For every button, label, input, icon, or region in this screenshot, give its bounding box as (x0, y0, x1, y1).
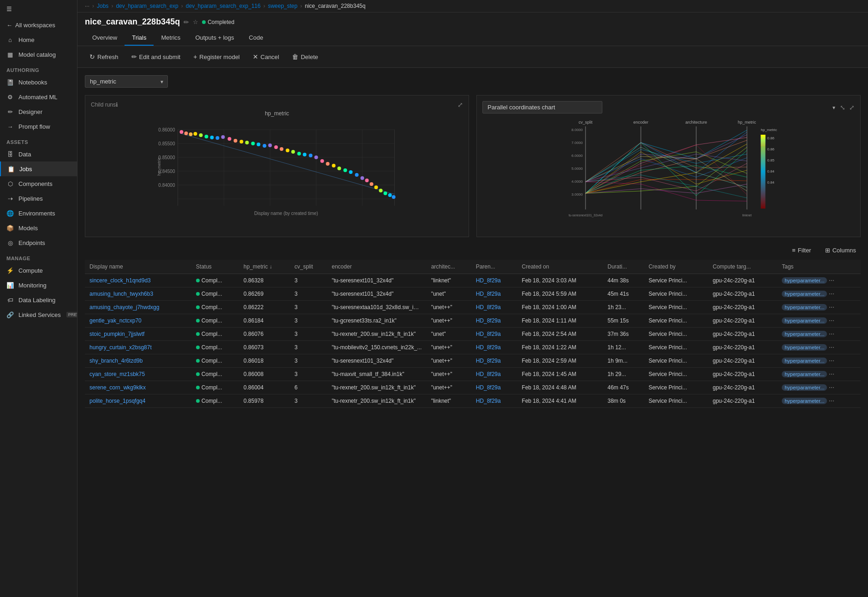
sidebar-item-compute[interactable]: ⚡ Compute (0, 263, 77, 278)
sidebar-item-data-labeling[interactable]: 🏷 Data Labeling (0, 293, 77, 307)
cell-cv-split: 3 (290, 354, 327, 368)
cell-created-on: Feb 18, 2024 2:59 AM (517, 354, 603, 368)
filter-button[interactable]: ≡ Filter (787, 245, 815, 256)
run-link[interactable]: amusing_lunch_twyxh6b3 (89, 291, 153, 297)
run-link[interactable]: amusing_chayote_j7hwdxgg (89, 304, 159, 310)
row-more-button[interactable]: ⋯ (829, 331, 834, 337)
run-link[interactable]: stoic_pumpkin_7jjslwtf (89, 331, 144, 337)
col-encoder[interactable]: encoder (327, 260, 426, 274)
breadcrumb-exp-116[interactable]: dev_hparam_search_exp_116 (186, 3, 261, 9)
run-link[interactable]: serene_corn_wkg9klkx (89, 384, 146, 391)
parent-link[interactable]: HD_8f29a (476, 291, 501, 297)
row-more-button[interactable]: ⋯ (829, 317, 834, 324)
col-display-name[interactable]: Display name (85, 260, 191, 274)
left-chart-dropdown[interactable]: hp_metric cv_split encoder architecture (85, 75, 168, 88)
row-more-button[interactable]: ⋯ (829, 384, 834, 391)
tab-code[interactable]: Code (242, 30, 271, 46)
sidebar-item-endpoints[interactable]: ◎ Endpoints (0, 235, 77, 250)
col-compute[interactable]: Compute targ... (708, 260, 777, 274)
parent-link[interactable]: HD_8f29a (476, 371, 501, 377)
col-hp-metric[interactable]: hp_metric ↓ (239, 260, 290, 274)
edit-title-icon[interactable]: ✏ (184, 18, 189, 26)
tab-metrics[interactable]: Metrics (154, 30, 188, 46)
expand-left-icon[interactable]: ⤡ (840, 104, 845, 111)
columns-button[interactable]: ⊞ Columns (820, 245, 861, 256)
sidebar-item-notebooks[interactable]: 📓 Notebooks (0, 75, 77, 90)
parent-link[interactable]: HD_8f29a (476, 398, 501, 404)
right-chart-dropdown[interactable]: Parallel coordinates chart Scatter chart (482, 101, 602, 113)
col-parent[interactable]: Paren... (471, 260, 517, 274)
sidebar-item-home[interactable]: ⌂ Home (0, 32, 77, 47)
breadcrumb-jobs[interactable]: Jobs (97, 3, 108, 9)
breadcrumb-exp[interactable]: dev_hparam_search_exp (116, 3, 178, 9)
row-more-button[interactable]: ⋯ (829, 358, 834, 364)
parent-link[interactable]: HD_8f29a (476, 317, 501, 324)
breadcrumb-sweep-step[interactable]: sweep_step (268, 3, 297, 9)
sidebar-item-designer[interactable]: ✏ Designer (0, 104, 77, 119)
tab-overview[interactable]: Overview (85, 30, 125, 46)
parent-link[interactable]: HD_8f29a (476, 331, 501, 337)
edit-submit-button[interactable]: ✏ Edit and submit (127, 51, 185, 63)
parent-link[interactable]: HD_8f29a (476, 358, 501, 364)
parent-link[interactable]: HD_8f29a (476, 344, 501, 351)
tab-trials[interactable]: Trials (125, 30, 154, 46)
cancel-button[interactable]: ✕ Cancel (248, 51, 284, 63)
tab-outputs-logs[interactable]: Outputs + logs (188, 30, 241, 46)
col-created-by[interactable]: Created by (644, 260, 708, 274)
svg-point-58 (392, 195, 396, 199)
col-duration[interactable]: Durati... (603, 260, 644, 274)
col-tags[interactable]: Tags (777, 260, 861, 274)
sidebar-item-model-catalog[interactable]: ▦ Model catalog (0, 47, 77, 62)
sidebar-item-components[interactable]: ⬡ Components (0, 176, 77, 191)
run-link[interactable]: sincere_clock_h1qnd9d3 (89, 277, 151, 284)
cell-parent: HD_8f29a (471, 381, 517, 394)
breadcrumb-dots[interactable]: ··· (85, 3, 89, 9)
all-workspaces-link[interactable]: ← All workspaces (0, 18, 77, 32)
sidebar-item-prompt-flow[interactable]: → Prompt flow (0, 119, 77, 134)
register-model-button[interactable]: + Register model (189, 51, 244, 63)
run-link[interactable]: shy_branch_4r6tzd9b (89, 358, 143, 364)
row-more-button[interactable]: ⋯ (829, 344, 834, 351)
refresh-label: Refresh (97, 54, 119, 60)
cell-status: Compl... (191, 394, 239, 408)
col-architecture[interactable]: architec... (427, 260, 471, 274)
parent-link[interactable]: HD_8f29a (476, 277, 501, 284)
parent-link[interactable]: HD_8f29a (476, 304, 501, 310)
sidebar-item-pipelines[interactable]: ⇢ Pipelines (0, 191, 77, 206)
tag-badge: hyperparameter... (782, 304, 827, 310)
delete-button[interactable]: 🗑 Delete (287, 51, 323, 63)
sidebar-item-jobs[interactable]: 📋 Jobs (0, 161, 77, 176)
register-icon: + (193, 53, 197, 60)
left-chart-dropdown-wrapper: hp_metric cv_split encoder architecture … (85, 75, 168, 88)
run-link[interactable]: hungry_curtain_x2bsg87t (89, 344, 152, 351)
col-cv-split[interactable]: cv_split (290, 260, 327, 274)
star-icon[interactable]: ☆ (193, 18, 198, 25)
refresh-button[interactable]: ↻ Refresh (85, 51, 123, 63)
sidebar-item-linked-services[interactable]: 🔗 Linked Services PREVIEW (0, 307, 77, 322)
cell-encoder: "tu-maxvit_small_tf_384.in1k" (327, 368, 426, 381)
expand-left-chart-icon[interactable]: ⤢ (458, 101, 463, 108)
row-more-button[interactable]: ⋯ (829, 277, 834, 284)
row-more-button[interactable]: ⋯ (829, 398, 834, 404)
sidebar-item-monitoring[interactable]: 📊 Monitoring (0, 278, 77, 293)
cell-created-on: Feb 18, 2024 1:11 AM (517, 314, 603, 328)
run-link[interactable]: gentle_yak_nctcxp70 (89, 317, 142, 324)
sidebar-item-environments[interactable]: 🌐 Environments (0, 206, 77, 221)
hp-metric-chart: 0.86000 0.85500 0.85000 0.84500 0.84000 … (91, 120, 463, 222)
filter-label: Filter (798, 247, 811, 254)
parent-link[interactable]: HD_8f29a (476, 384, 501, 391)
col-created-on[interactable]: Created on (517, 260, 603, 274)
hamburger-menu[interactable]: ☰ (0, 0, 77, 18)
row-more-button[interactable]: ⋯ (829, 291, 834, 297)
expand-right-icon[interactable]: ⤢ (849, 104, 855, 111)
breadcrumb-current: nice_caravan_228b345q (305, 3, 365, 9)
sidebar-item-automated-ml[interactable]: ⚙ Automated ML (0, 90, 77, 104)
row-more-button[interactable]: ⋯ (829, 304, 834, 310)
sidebar-item-data[interactable]: 🗄 Data (0, 147, 77, 161)
col-status[interactable]: Status (191, 260, 239, 274)
cell-compute: gpu-24c-220g-a1 (708, 381, 777, 394)
row-more-button[interactable]: ⋯ (829, 371, 834, 377)
run-link[interactable]: polite_horse_1psqfgq4 (89, 398, 145, 404)
run-link[interactable]: cyan_store_mz1sbk75 (89, 371, 145, 377)
sidebar-item-models[interactable]: 📦 Models (0, 221, 77, 235)
